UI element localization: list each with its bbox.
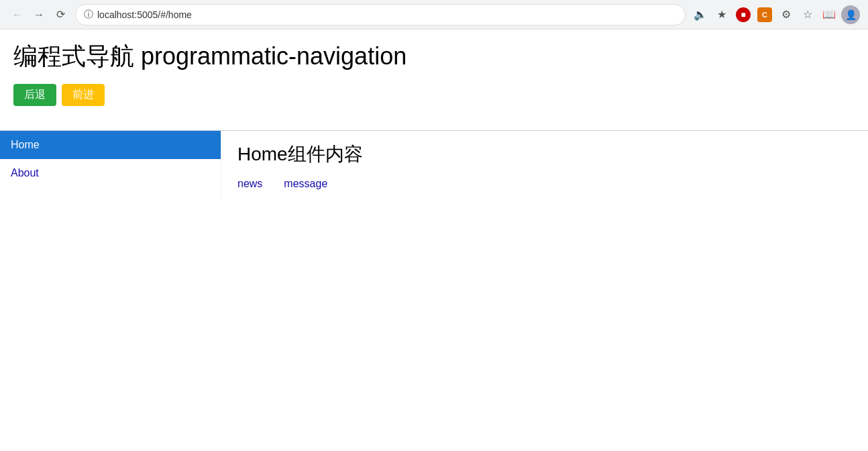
url-text: localhost:5005/#/home [97, 9, 192, 20]
home-main-content: Home组件内容 news message [221, 131, 868, 201]
info-icon: ⓘ [84, 9, 93, 21]
forward-button[interactable]: → [30, 5, 48, 24]
main-layout: Home About Home组件内容 news message [0, 131, 868, 201]
page-content: 编程式导航 programmatic-navigation 后退 前进 [0, 30, 868, 130]
news-link[interactable]: news [237, 178, 262, 190]
browser-chrome: ← → ⟳ ⓘ localhost:5005/#/home 🔈 ★ ■ C ⚙ … [0, 0, 868, 30]
back-navigate-button[interactable]: 后退 [13, 84, 56, 106]
extension-orange-icon: C [757, 7, 772, 22]
browser-toolbar-right: 🔈 ★ ■ C ⚙ ☆ 📖 👤 [691, 5, 860, 24]
extension-orange-button[interactable]: C [755, 5, 774, 24]
collections-button[interactable]: 📖 [820, 5, 838, 24]
favorites-star-button[interactable]: ★ [712, 5, 731, 24]
nav-item-home[interactable]: Home [0, 131, 221, 159]
sidebar-nav: Home About [0, 131, 221, 201]
page-title: 编程式导航 programmatic-navigation [13, 40, 855, 73]
nav-item-about[interactable]: About [0, 159, 221, 187]
read-aloud-button[interactable]: 🔈 [691, 5, 710, 24]
settings-button[interactable]: ⚙ [777, 5, 796, 24]
extensions-button[interactable]: ■ [734, 5, 753, 24]
browser-nav-buttons: ← → ⟳ [8, 5, 70, 24]
message-link[interactable]: message [284, 178, 327, 190]
back-button[interactable]: ← [8, 5, 27, 24]
favorites-button[interactable]: ☆ [798, 5, 817, 24]
home-component-title: Home组件内容 [237, 142, 852, 167]
reload-button[interactable]: ⟳ [51, 5, 70, 24]
profile-avatar[interactable]: 👤 [841, 5, 860, 24]
extension-red-icon: ■ [736, 7, 751, 22]
action-buttons: 后退 前进 [13, 84, 855, 106]
address-bar[interactable]: ⓘ localhost:5005/#/home [75, 4, 686, 26]
forward-navigate-button[interactable]: 前进 [62, 84, 105, 106]
sub-nav: news message [237, 178, 852, 190]
